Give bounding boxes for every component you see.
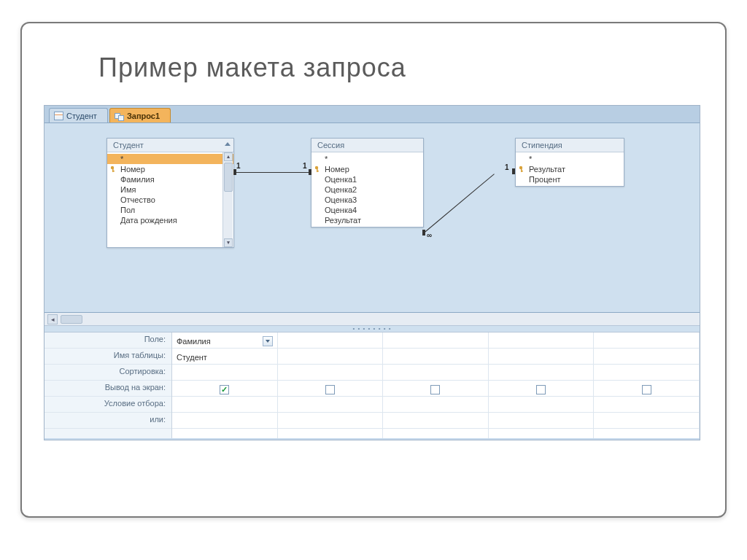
tab-label: Запрос1 xyxy=(127,112,160,120)
show-checkbox[interactable] xyxy=(325,385,335,394)
cell-field[interactable]: Фамилия xyxy=(172,332,277,349)
cell-criteria[interactable] xyxy=(383,397,488,413)
entity-title[interactable]: Сессия xyxy=(311,139,423,152)
entity-scrollbar[interactable]: ▴ ▾ xyxy=(222,152,233,247)
entity-title[interactable]: Студент xyxy=(107,139,233,152)
row-label-field: Поле: xyxy=(44,332,171,349)
scroll-down-button[interactable]: ▾ xyxy=(224,238,233,247)
cell-criteria[interactable] xyxy=(594,397,699,413)
cell-show[interactable] xyxy=(594,381,699,397)
field-row[interactable]: Оценка1 xyxy=(311,174,423,184)
grid-column xyxy=(594,332,700,438)
cell-sort[interactable] xyxy=(278,365,383,381)
join-node xyxy=(309,169,311,175)
cell-show[interactable] xyxy=(383,381,488,397)
field-row[interactable]: Номер xyxy=(107,164,233,174)
table-icon xyxy=(54,112,63,120)
row-label-table: Имя таблицы: xyxy=(44,349,171,365)
relationship-line[interactable] xyxy=(234,172,311,173)
cell-field[interactable] xyxy=(278,332,383,349)
field-row[interactable]: Оценка3 xyxy=(311,195,423,205)
cell-show[interactable] xyxy=(172,381,277,397)
scroll-up-button[interactable]: ▴ xyxy=(224,152,233,161)
primary-key-icon xyxy=(314,166,322,173)
cell-criteria[interactable] xyxy=(172,397,277,413)
cell-table[interactable] xyxy=(278,349,383,365)
field-row[interactable]: Оценка2 xyxy=(311,184,423,195)
row-label-sort: Сортировка: xyxy=(44,365,171,381)
field-star[interactable]: * xyxy=(516,154,624,164)
slide-title: Пример макета запроса xyxy=(98,52,703,83)
cell-table[interactable] xyxy=(489,349,594,365)
field-row[interactable]: Отчество xyxy=(107,195,233,205)
relationship-diagram[interactable]: Студент * Номер Фамилия Имя Отчество Пол… xyxy=(44,123,700,313)
cardinality-right: 1 xyxy=(505,163,509,171)
cardinality-left: ∞ xyxy=(427,231,432,239)
show-checkbox[interactable] xyxy=(642,385,651,394)
relationship-line[interactable] xyxy=(424,174,495,233)
join-node xyxy=(422,230,425,236)
diagram-hscrollbar[interactable]: ◂ xyxy=(44,313,700,326)
cell-show[interactable] xyxy=(489,381,594,397)
show-checkbox[interactable] xyxy=(536,385,546,394)
cell-sort[interactable] xyxy=(594,365,699,381)
field-row[interactable]: Фамилия xyxy=(107,174,233,184)
query-icon xyxy=(115,112,124,120)
cell-table[interactable] xyxy=(594,349,699,365)
grid-column xyxy=(489,332,595,438)
svg-rect-2 xyxy=(112,171,115,171)
field-row[interactable]: Имя xyxy=(107,184,233,195)
grid-columns: Фамилия Студент xyxy=(172,332,700,438)
cell-or[interactable] xyxy=(489,413,594,429)
scroll-left-button[interactable]: ◂ xyxy=(47,314,58,324)
cell-sort[interactable] xyxy=(489,365,594,381)
cell-table[interactable]: Студент xyxy=(172,349,277,365)
cardinality-right: 1 xyxy=(303,162,307,170)
grid-column: Фамилия Студент xyxy=(172,332,278,438)
field-star[interactable]: * xyxy=(107,154,233,164)
cell-or[interactable] xyxy=(278,413,383,429)
join-node xyxy=(512,168,515,174)
query-design-grid: Поле: Имя таблицы: Сортировка: Вывод на … xyxy=(44,332,700,438)
entity-stipend[interactable]: Стипендия * Результат Процент xyxy=(515,138,624,187)
tab-student-table[interactable]: Студент xyxy=(49,108,108,122)
join-node xyxy=(233,169,236,175)
svg-rect-8 xyxy=(521,171,523,171)
show-checkbox[interactable] xyxy=(430,385,440,394)
cell-field[interactable] xyxy=(383,332,488,349)
field-row[interactable]: Результат xyxy=(516,164,624,174)
tab-label: Студент xyxy=(66,112,97,120)
cell-table[interactable] xyxy=(383,349,488,365)
cell-or[interactable] xyxy=(172,413,277,429)
show-checkbox[interactable] xyxy=(220,385,229,394)
entity-session[interactable]: Сессия * Номер Оценка1 Оценка2 Оценка3 О… xyxy=(311,138,424,228)
pane-splitter[interactable]: • • • • • • • • xyxy=(44,326,700,332)
dropdown-arrow-icon[interactable] xyxy=(263,336,273,346)
cell-sort[interactable] xyxy=(383,365,488,381)
field-row[interactable]: Процент xyxy=(516,174,624,184)
scroll-thumb[interactable] xyxy=(224,163,233,192)
cell-sort[interactable] xyxy=(172,365,277,381)
cell-criteria[interactable] xyxy=(489,397,594,413)
field-row[interactable]: Пол xyxy=(107,205,233,215)
cell-or[interactable] xyxy=(383,413,488,429)
tab-query1[interactable]: Запрос1 xyxy=(109,108,171,122)
svg-rect-5 xyxy=(317,171,319,171)
field-row[interactable]: Дата рождения xyxy=(107,215,233,225)
field-row[interactable]: Номер xyxy=(311,164,423,174)
field-star[interactable]: * xyxy=(311,154,423,164)
grid-row-labels: Поле: Имя таблицы: Сортировка: Вывод на … xyxy=(44,332,172,438)
cell-or[interactable] xyxy=(594,413,699,429)
field-row[interactable]: Оценка4 xyxy=(311,205,423,215)
entity-student[interactable]: Студент * Номер Фамилия Имя Отчество Пол… xyxy=(107,138,234,248)
entity-title[interactable]: Стипендия xyxy=(516,139,624,152)
cardinality-left: 1 xyxy=(236,162,241,170)
cell-field[interactable] xyxy=(489,332,594,349)
field-row[interactable]: Результат xyxy=(311,215,423,225)
access-query-design-window: Студент Запрос1 Студент * Номер Фамилия xyxy=(44,105,700,440)
cell-show[interactable] xyxy=(278,381,383,397)
grid-column xyxy=(383,332,489,438)
cell-field[interactable] xyxy=(594,332,699,349)
scroll-thumb[interactable] xyxy=(61,315,82,324)
cell-criteria[interactable] xyxy=(278,397,383,413)
